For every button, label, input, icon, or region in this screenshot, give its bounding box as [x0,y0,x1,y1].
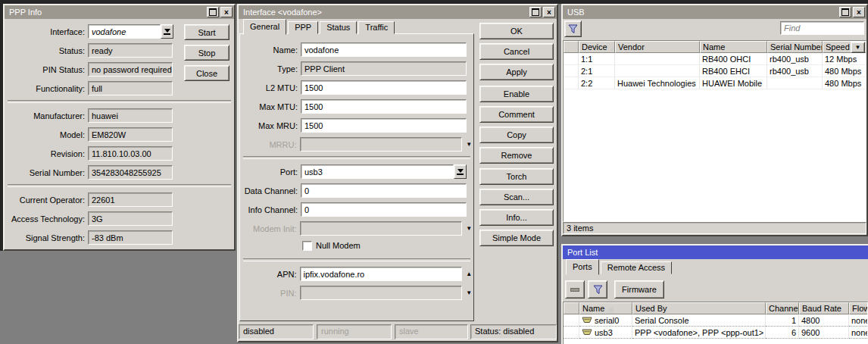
maximize-icon [841,8,849,16]
action-button[interactable]: Stop [184,45,229,61]
action-button[interactable]: OK [479,23,554,39]
action-button[interactable]: Close [184,65,229,81]
firmware-button[interactable]: Firmware [614,280,664,299]
select-column-header[interactable] [564,302,579,314]
usb-titlebar[interactable]: USB × [563,5,866,19]
info-field-row: Revision: 11.810.10.03.00 [6,146,234,161]
action-button[interactable]: Start [184,24,229,40]
action-button[interactable]: Info... [479,209,554,226]
select-column-header[interactable] [564,41,579,53]
tab-remote-access[interactable]: Remote Access [601,261,672,274]
usb-table-row[interactable]: 2:1 RB400 EHCI rb400_usb 480 Mbps [564,65,866,77]
interface-titlebar[interactable]: Interface <vodafone> × [239,5,557,19]
used-by-cell: PPP <vodafone>, PPP <ppp-out1> [632,327,766,339]
baud-rate-cell: 4800 [799,314,849,327]
modem-init-dropdown-icon[interactable]: ▼ [464,221,473,236]
tab-traffic[interactable]: Traffic [358,21,395,34]
usb-window: USB × Device△ Vendor Name Serial Number … [561,4,868,236]
flow-cell: none [849,314,868,327]
l2mtu-input[interactable]: 1500 [301,80,467,95]
action-button[interactable]: Torch [479,168,554,185]
select-cell[interactable] [564,327,579,339]
chevron-down-icon: ▼ [855,44,861,51]
usb-table-row[interactable]: 1:1 RB400 OHCI rb400_usb 12 Mbps [564,53,866,65]
maximize-button[interactable] [207,7,219,17]
null-modem-checkbox[interactable] [302,241,312,251]
name-column-header[interactable]: Name△ [579,302,632,314]
remove-button[interactable] [565,280,585,299]
maximize-button[interactable] [529,7,542,17]
serial-cell [767,77,823,89]
baud-rate-column-header[interactable]: Baud Rate [799,302,849,314]
action-button[interactable]: Remove [479,147,554,164]
info-channel-input[interactable]: 0 [301,202,467,217]
separator [243,258,470,261]
serial-number-column-header[interactable]: Serial Number [767,41,823,53]
port-table-row[interactable]: usb3 PPP <vodafone>, PPP <ppp-out1> 6 96… [564,327,868,339]
port-name-cell: usb3 [579,327,632,339]
maxmtu-input[interactable]: 1500 [301,99,467,114]
pin-dropdown-icon[interactable]: ▼ [464,286,473,300]
close-button[interactable]: × [220,7,233,17]
tab-ppp[interactable]: PPP [288,21,318,34]
close-button[interactable]: × [853,7,865,17]
dropdown-icon [164,29,170,33]
used-by-cell: Serial Console [632,314,766,327]
tab-ports[interactable]: Ports [566,259,599,275]
name-input[interactable]: vodafone [301,42,467,57]
info-field-row: Signal Strength: -83 dBm [6,230,234,245]
maximize-button[interactable] [839,7,851,17]
ppp-info-title: PPP Info [9,8,205,17]
action-button[interactable]: Apply [479,64,554,80]
ppp-info-group3: Current Operator: 22601 Access Technolog… [6,192,234,245]
apn-input[interactable]: ipfix.vodafone.ro [300,267,463,281]
readonly-field: full [88,81,173,95]
separator [243,156,470,159]
readonly-field: ready [88,43,173,58]
ppp-info-titlebar[interactable]: PPP Info × [5,5,234,19]
used-by-column-header[interactable]: Used By [632,302,766,314]
speed-cell: 480 Mbps [823,65,866,77]
select-cell[interactable] [564,314,579,327]
action-button[interactable]: Scan... [479,189,554,205]
filter-button[interactable] [564,20,582,37]
column-select-button[interactable]: ▼ [851,42,865,53]
action-button[interactable]: Simple Mode [479,230,554,246]
interface-combobox[interactable]: vodafone [88,24,161,39]
close-button[interactable]: × [543,7,555,17]
device-cell: 2:1 [579,65,615,77]
interface-dropdown-button[interactable] [161,24,173,39]
channels-column-header[interactable]: Channels [766,302,799,314]
close-icon: × [547,8,551,17]
port-table-row[interactable]: serial0 Serial Console 1 4800 none [564,314,868,327]
separator [8,100,231,103]
tab-status[interactable]: Status [320,21,357,34]
flow-column-header[interactable]: Flow [849,302,868,314]
maximize-icon [532,8,539,16]
tab-general[interactable]: General [243,19,286,35]
action-button[interactable]: Comment [479,106,554,123]
vendor-cell: Huawei Technologies [615,77,700,89]
filter-button[interactable] [588,280,607,299]
select-cell[interactable] [564,65,579,77]
action-button[interactable]: Cancel [479,43,554,60]
port-list-titlebar[interactable]: Port List [563,245,868,259]
select-cell[interactable] [564,77,579,89]
maxmru-input[interactable]: 1500 [301,118,467,133]
usb-table-row[interactable]: 2:2 Huawei Technologies HUAWEI Mobile 48… [564,77,866,89]
name-column-header[interactable]: Name [700,41,767,53]
find-input[interactable] [780,21,864,35]
apn-collapse-icon[interactable]: ▲ [464,267,473,281]
vendor-column-header[interactable]: Vendor [615,41,700,53]
ppp-info-group2: Manufacturer: huawei Model: EM820W Revis… [6,108,234,180]
device-column-header[interactable]: Device△ [579,41,615,53]
port-combobox[interactable]: usb3 [301,164,454,179]
data-channel-input[interactable]: 0 [301,183,467,198]
null-modem-row: Null Modem [302,240,473,251]
mrru-dropdown-icon[interactable]: ▼ [464,137,473,152]
action-button[interactable]: Enable [479,86,554,102]
usb-header-row: Device△ Vendor Name Serial Number Speed [564,41,866,53]
action-button[interactable]: Copy [479,127,554,143]
port-dropdown-button[interactable] [454,164,467,179]
select-cell[interactable] [564,53,579,65]
